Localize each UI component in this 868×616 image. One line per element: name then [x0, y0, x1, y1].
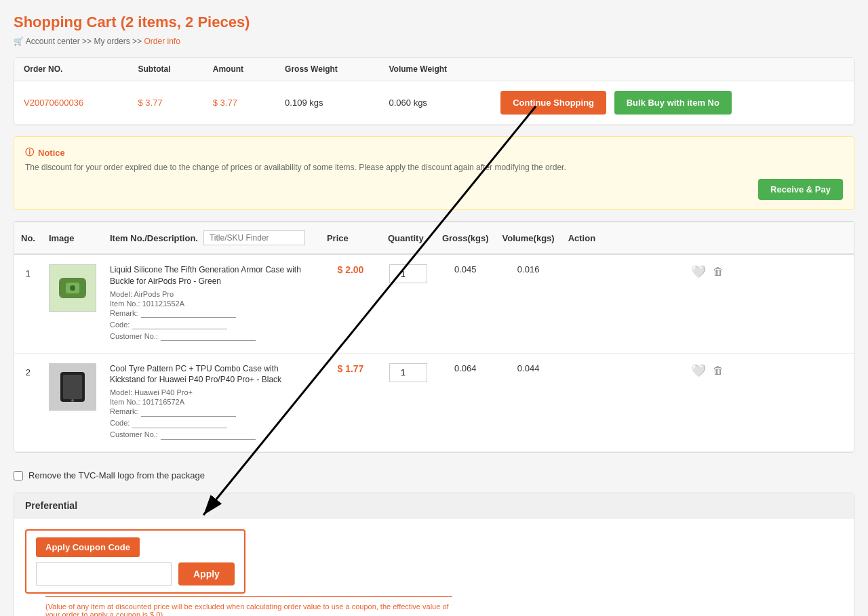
coupon-note-text: (Value of any item at discounted price w…: [45, 602, 449, 616]
notice-text: The discount for your order expired due …: [25, 163, 843, 172]
coupon-code-input[interactable]: [36, 562, 172, 586]
order-subtotal: $ 3.77: [129, 81, 203, 125]
breadcrumb-account[interactable]: Account center: [26, 37, 80, 46]
preferential-section: Preferential Apply Coupon Code Apply (Va…: [14, 493, 854, 616]
svg-point-2: [70, 285, 75, 291]
notice-icon: ⓘ: [25, 146, 34, 159]
col-actions: [491, 58, 854, 81]
item-remark-input-1[interactable]: [141, 309, 236, 318]
item-desc-2: Cool Tyre Pattern PC + TPU Combo Case wi…: [103, 353, 320, 452]
breadcrumb-current[interactable]: Order info: [144, 37, 180, 46]
item-price-1: $ 2.00: [320, 254, 381, 353]
item-price-2: $ 1.77: [320, 353, 381, 452]
breadcrumb-icon: 🛒: [14, 37, 24, 46]
order-amount: $ 3.77: [203, 81, 275, 125]
item-quantity-input-2[interactable]: [389, 363, 427, 382]
continue-shopping-button[interactable]: Continue Shopping: [500, 91, 606, 115]
items-table: No. Image Item No./Description. Price Qu…: [14, 222, 854, 452]
order-row: V20070600036 $ 3.77 $ 3.77 0.109 kgs 0.0…: [14, 81, 854, 125]
th-no: No.: [14, 222, 42, 255]
breadcrumb-orders[interactable]: My orders: [94, 37, 130, 46]
item-qty-2: [381, 353, 435, 452]
order-action-buttons: Continue Shopping Bulk Buy with item No: [491, 81, 854, 125]
notice-title: ⓘ Notice: [25, 146, 843, 159]
breadcrumb: 🛒 Account center >> My orders >> Order i…: [14, 37, 854, 46]
item-no-1: 1: [14, 254, 42, 353]
item-image-1: [42, 254, 103, 353]
item-quantity-input-1[interactable]: [389, 264, 427, 283]
col-amount: Amount: [203, 58, 275, 81]
wishlist-icon-1[interactable]: 🤍: [691, 264, 706, 279]
th-action: Action: [561, 222, 854, 255]
th-image: Image: [42, 222, 103, 255]
item-volume-1: 0.016: [496, 254, 561, 353]
th-description: Item No./Description.: [103, 222, 320, 255]
items-card: No. Image Item No./Description. Price Qu…: [14, 221, 854, 453]
remove-logo-row: Remove the TVC-Mall logo from the packag…: [14, 464, 854, 487]
item-no-2: 2: [14, 353, 42, 452]
svg-rect-4: [63, 375, 82, 399]
item-remark-input-2[interactable]: [141, 408, 236, 417]
order-summary-card: Order NO. Subtotal Amount Gross Weight V…: [14, 57, 854, 125]
order-id: V20070600036: [14, 81, 129, 125]
wishlist-icon-2[interactable]: 🤍: [691, 363, 706, 378]
preferential-header: Preferential: [14, 493, 854, 518]
col-volume-weight: Volume Weight: [380, 58, 492, 81]
item-desc-1: Liquid Silicone The Fifth Generation Arm…: [103, 254, 320, 353]
th-quantity: Quantity: [381, 222, 435, 255]
item-code-input-1[interactable]: [132, 321, 227, 329]
table-row: 1 Liquid Silicone The Fifth Generation A…: [14, 254, 854, 353]
delete-icon-1[interactable]: 🗑: [713, 266, 724, 278]
order-gross-weight: 0.109 kgs: [275, 81, 379, 125]
item-qty-1: [381, 254, 435, 353]
sku-finder-input[interactable]: [203, 230, 305, 245]
item-actions-2: 🤍 🗑: [561, 353, 854, 452]
order-volume-weight: 0.060 kgs: [380, 81, 492, 125]
th-gross: Gross(kgs): [435, 222, 496, 255]
coupon-note: (Value of any item at discounted price w…: [45, 596, 452, 616]
item-gross-1: 0.045: [435, 254, 496, 353]
col-gross-weight: Gross Weight: [275, 58, 379, 81]
item-code-input-2[interactable]: [132, 419, 227, 428]
page-title: Shopping Cart (2 items, 2 Pieces): [14, 14, 854, 31]
order-table: Order NO. Subtotal Amount Gross Weight V…: [14, 58, 854, 125]
table-row: 2 Cool Tyre Pattern PC + TPU Combo Case …: [14, 353, 854, 452]
apply-coupon-tab[interactable]: Apply Coupon Code: [36, 537, 140, 557]
apply-coupon-button[interactable]: Apply: [178, 562, 235, 586]
item-gross-2: 0.064: [435, 353, 496, 452]
col-order-no: Order NO.: [14, 58, 129, 81]
col-subtotal: Subtotal: [129, 58, 203, 81]
remove-logo-checkbox[interactable]: [14, 471, 23, 480]
item-customer-no-input-2[interactable]: [161, 431, 256, 440]
th-price: Price: [320, 222, 381, 255]
bulk-buy-button[interactable]: Bulk Buy with item No: [614, 91, 732, 115]
item-actions-1: 🤍 🗑: [561, 254, 854, 353]
notice-box: ⓘ Notice The discount for your order exp…: [14, 136, 854, 210]
item-image-2: [42, 353, 103, 452]
remove-logo-label: Remove the TVC-Mall logo from the packag…: [28, 470, 205, 480]
item-customer-no-input-1[interactable]: [161, 332, 256, 341]
delete-icon-2[interactable]: 🗑: [713, 365, 724, 377]
preferential-body: Apply Coupon Code Apply (Value of any it…: [14, 518, 854, 616]
receive-pay-button[interactable]: Receive & Pay: [758, 179, 843, 200]
svg-point-5: [71, 399, 74, 402]
th-volume: Volume(kgs): [496, 222, 561, 255]
item-volume-2: 0.044: [496, 353, 561, 452]
